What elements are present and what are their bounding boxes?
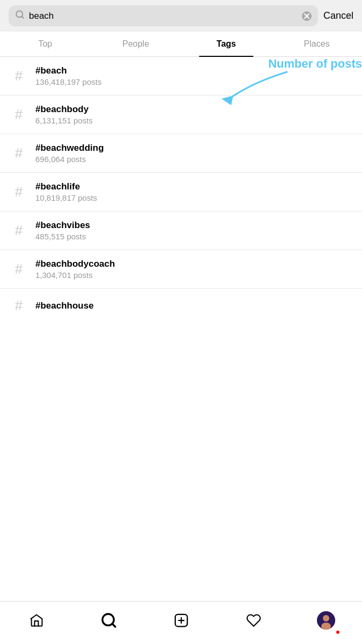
tag-item-beachhouse[interactable]: # #beachhouse [0, 289, 362, 323]
tag-item-beachbodycoach[interactable]: # #beachbodycoach 1,304,701 posts [0, 250, 362, 289]
search-bar: Cancel [0, 0, 362, 32]
svg-line-7 [112, 624, 115, 627]
tab-people[interactable]: People [91, 32, 181, 56]
tag-info-beachbodycoach: #beachbodycoach 1,304,701 posts [35, 259, 115, 280]
svg-line-1 [21, 16, 23, 18]
tag-posts-beachvibes: 485,515 posts [35, 232, 90, 241]
notification-dot [335, 630, 341, 635]
hash-icon: # [11, 68, 27, 84]
tag-posts-beach: 136,418,197 posts [35, 77, 101, 86]
tag-info-beachhouse: #beachhouse [35, 301, 94, 311]
tab-tags[interactable]: Tags [181, 32, 272, 56]
search-icon [15, 10, 25, 22]
tag-posts-beachlife: 10,819,817 posts [35, 193, 97, 202]
avatar [317, 611, 335, 630]
tag-name-beachvibes: #beachvibes [35, 220, 90, 231]
hash-icon: # [11, 145, 27, 162]
nav-profile[interactable] [313, 607, 339, 634]
tab-places[interactable]: Places [271, 32, 362, 56]
tag-info-beachvibes: #beachvibes 485,515 posts [35, 220, 90, 241]
search-input-wrapper [9, 5, 318, 26]
nav-activity[interactable] [240, 607, 267, 634]
tag-name-beach: #beach [35, 65, 101, 76]
tag-item-beachvibes[interactable]: # #beachvibes 485,515 posts [0, 211, 362, 250]
tag-item-beachbody[interactable]: # #beachbody 6,131,151 posts [0, 96, 362, 134]
hash-icon: # [11, 222, 27, 239]
hash-icon: # [11, 297, 27, 314]
tag-name-beachlife: #beachlife [35, 181, 97, 192]
tag-item-beachwedding[interactable]: # #beachwedding 696,064 posts [0, 134, 362, 173]
tag-posts-beachbody: 6,131,151 posts [35, 116, 93, 125]
tag-name-beachbodycoach: #beachbodycoach [35, 259, 115, 269]
tag-name-beachwedding: #beachwedding [35, 143, 104, 153]
clear-icon[interactable] [302, 11, 312, 21]
tag-name-beachbody: #beachbody [35, 104, 93, 115]
tab-top[interactable]: Top [0, 32, 91, 56]
search-input[interactable] [29, 11, 298, 21]
tag-item-beach[interactable]: # #beach 136,418,197 posts [0, 57, 362, 96]
nav-add[interactable] [168, 607, 195, 634]
hash-icon: # [11, 261, 27, 277]
tag-info-beachwedding: #beachwedding 696,064 posts [35, 143, 104, 164]
hash-icon: # [11, 106, 27, 123]
first-item-wrapper: # #beach 136,418,197 posts Number of pos… [0, 57, 362, 96]
tag-info-beachlife: #beachlife 10,819,817 posts [35, 181, 97, 202]
tag-name-beachhouse: #beachhouse [35, 301, 94, 311]
hash-icon: # [11, 184, 27, 200]
nav-home[interactable] [23, 607, 50, 634]
tabs-bar: Top People Tags Places [0, 32, 362, 57]
tag-posts-beachwedding: 696,064 posts [35, 155, 104, 164]
tag-item-beachlife[interactable]: # #beachlife 10,819,817 posts [0, 173, 362, 211]
bottom-nav [0, 601, 362, 644]
tag-info-beach: #beach 136,418,197 posts [35, 65, 101, 86]
nav-search[interactable] [95, 607, 122, 634]
tag-list: # #beach 136,418,197 posts Number of pos… [0, 57, 362, 323]
svg-point-12 [323, 615, 329, 621]
tag-posts-beachbodycoach: 1,304,701 posts [35, 270, 115, 280]
tag-info-beachbody: #beachbody 6,131,151 posts [35, 104, 93, 125]
cancel-button[interactable]: Cancel [323, 10, 353, 21]
